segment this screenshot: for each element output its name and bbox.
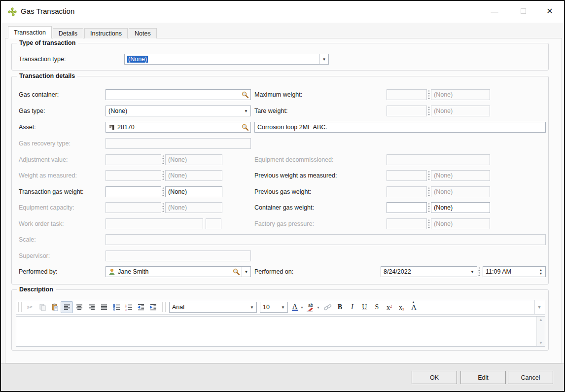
maximize-button[interactable] [513,1,533,21]
numbered-list-button[interactable]: 123 [122,301,135,313]
close-button[interactable]: ✕ [539,1,560,21]
strikethrough-icon: S [375,303,379,311]
search-icon[interactable] [241,123,249,131]
performed-by-field[interactable]: Jane Smith ▼ [106,266,251,277]
font-size-combobox[interactable]: 10 ▼ [260,302,288,313]
chevron-down-icon[interactable]: ▼ [279,302,287,312]
bullet-list-button[interactable] [110,301,122,313]
tare-weight-unit[interactable]: (None) [431,106,490,116]
subscript-button[interactable]: x2 [395,301,408,313]
font-color-button[interactable]: A [289,301,300,313]
container-gas-weight-input[interactable] [387,202,427,213]
container-gas-weight-spinner[interactable] [427,203,430,213]
cut-button[interactable]: ✂ [24,301,36,313]
search-icon[interactable] [241,91,249,99]
edit-button[interactable]: Edit [460,371,506,384]
description-textarea[interactable]: ▲ ▼ [16,316,545,347]
previous-gas-weight-spinner[interactable] [427,187,430,197]
factory-gas-pressure-input[interactable] [387,218,427,229]
justify-button[interactable] [98,301,110,313]
tab-notes[interactable]: Notes [129,28,157,38]
toolbar-grip-icon[interactable] [18,302,22,312]
highlight-button[interactable]: ab [305,301,317,313]
equipment-decommissioned-input[interactable] [387,154,490,165]
previous-weight-as-measured-spinner[interactable] [427,171,430,180]
chevron-down-icon[interactable]: ▼ [242,267,250,277]
transaction-gas-weight-unit[interactable]: (None) [165,186,222,197]
chevron-up-icon[interactable]: ▲ [539,318,543,322]
description-scrollbar[interactable]: ▲ ▼ [536,317,545,346]
toolbar-grip-icon[interactable] [162,302,166,312]
equipment-capacity-input[interactable] [106,202,161,213]
gas-type-value: (None) [108,107,127,114]
equipment-capacity-spinner[interactable] [162,203,165,213]
factory-gas-pressure-unit[interactable]: (None) [431,218,490,229]
chevron-down-icon[interactable]: ▼ [300,306,304,309]
transaction-gas-weight-input[interactable] [106,186,161,197]
container-gas-weight-unit[interactable]: (None) [431,202,490,213]
chevron-up-icon[interactable]: ▲ [539,268,543,272]
align-left-button[interactable] [61,301,73,313]
toolbar-overflow-button[interactable]: ▼ [534,300,544,314]
asset-field[interactable]: 28170 [106,122,251,133]
work-order-task-input[interactable] [106,218,203,229]
adjustment-value-spinner[interactable] [162,155,165,165]
work-order-task-browse-button[interactable] [206,218,221,229]
weight-as-measured-spinner[interactable] [162,171,165,180]
previous-weight-as-measured-input[interactable] [387,170,427,181]
scale-input[interactable] [106,234,546,245]
italic-button[interactable]: I [346,301,358,313]
increase-indent-button[interactable] [147,301,159,313]
previous-weight-as-measured-unit[interactable]: (None) [431,170,490,181]
chevron-down-icon[interactable]: ▼ [242,106,250,116]
weight-as-measured-input[interactable] [106,170,161,181]
tare-weight-input[interactable] [387,106,427,116]
chevron-down-icon[interactable]: ▼ [539,341,543,345]
previous-gas-weight-unit[interactable]: (None) [431,186,490,197]
ok-button[interactable]: OK [412,371,457,384]
decrease-indent-button[interactable] [135,301,147,313]
font-name-combobox[interactable]: Arial ▼ [169,302,257,313]
maximum-weight-spinner[interactable] [427,90,430,100]
transaction-type-combobox[interactable]: (None) ▼ [124,54,329,65]
underline-button[interactable]: U [358,301,371,313]
gas-container-field[interactable] [106,89,251,100]
chevron-down-icon[interactable]: ▼ [317,306,320,309]
transaction-gas-weight-spinner[interactable] [162,187,165,197]
grow-font-button[interactable]: A ▲ [408,301,420,313]
gas-type-combobox[interactable]: (None) ▼ [106,106,251,116]
copy-button[interactable] [36,301,48,313]
supervisor-input[interactable] [106,250,251,261]
tare-weight-spinner[interactable] [427,106,430,116]
tab-details[interactable]: Details [53,28,83,38]
weight-as-measured-unit[interactable]: (None) [165,170,222,181]
align-right-button[interactable] [85,301,98,313]
cancel-button[interactable]: Cancel [508,371,553,384]
hyperlink-button[interactable] [321,301,334,313]
maximum-weight-input[interactable] [387,89,427,100]
tab-instructions[interactable]: Instructions [84,28,128,38]
superscript-button[interactable]: x2 [383,301,395,313]
adjustment-value-input[interactable] [106,154,161,165]
align-center-button[interactable] [73,301,85,313]
bold-button[interactable]: B [334,301,346,313]
strikethrough-button[interactable]: S [371,301,383,313]
paste-button[interactable] [48,301,61,313]
search-icon[interactable] [232,268,240,276]
time-spinner-arrows[interactable]: ▲▼ [536,267,545,277]
align-center-icon [75,303,83,311]
factory-gas-pressure-spinner[interactable] [427,219,430,229]
chevron-down-icon[interactable]: ▼ [468,267,477,277]
minimize-button[interactable]: — [484,1,505,21]
tab-transaction[interactable]: Transaction [8,26,52,38]
chevron-down-icon[interactable]: ▼ [539,272,543,275]
performed-on-time-spinner[interactable]: 11:09 AM ▲▼ [483,266,546,277]
gas-recovery-type-input[interactable] [106,138,251,149]
previous-gas-weight-input[interactable] [387,186,427,197]
maximum-weight-unit[interactable]: (None) [431,89,490,100]
equipment-capacity-unit[interactable]: (None) [165,202,222,213]
chevron-down-icon[interactable]: ▼ [247,302,256,312]
adjustment-value-unit[interactable]: (None) [165,154,222,165]
performed-on-date-picker[interactable]: 8/24/2022 ▼ [381,266,477,277]
chevron-down-icon[interactable]: ▼ [319,54,328,64]
